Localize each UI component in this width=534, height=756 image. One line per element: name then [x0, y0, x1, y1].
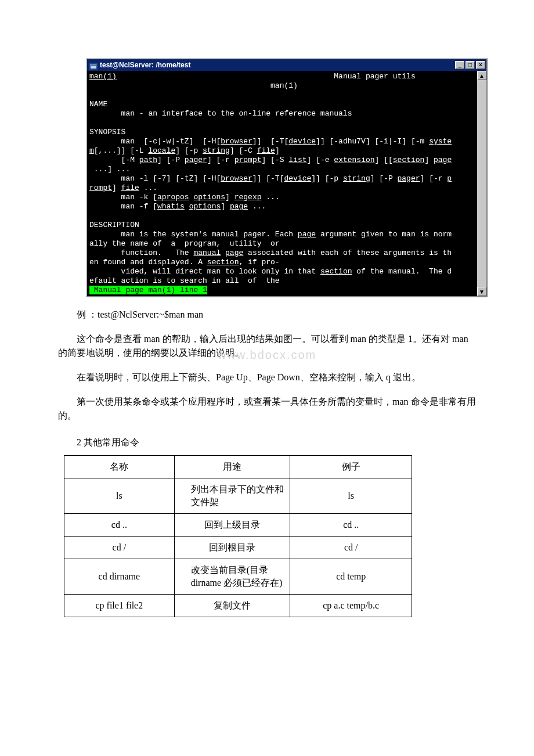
cmd-desc: 改变当前目录(目录 dirname 必须已经存在): [174, 559, 290, 595]
window-buttons: _ □ ×: [455, 61, 485, 69]
cmd-example: cd temp: [290, 559, 412, 595]
terminal-icon: [89, 62, 98, 69]
table-header-usage: 用途: [174, 456, 290, 478]
man-header-left: man(1): [89, 72, 117, 81]
terminal-title: test@NclServer: /home/test: [100, 61, 190, 69]
pager-status: Manual page man(1) line 1: [89, 286, 207, 294]
table-row: cd dirname 改变当前目录(目录 dirname 必须已经存在) cd …: [64, 559, 412, 595]
table-header-row: 名称 用途 例子: [64, 456, 412, 478]
cmd-name: cd ..: [64, 514, 175, 537]
paragraph-3: 第一次使用某条命令或某个应用程序时，或查看某一具体任务所需的变量时，man 命令…: [58, 395, 476, 423]
paragraph-2: 在看说明时，可以使用上下箭头、Page Up、Page Down、空格来控制，输…: [58, 370, 476, 384]
terminal-titlebar: test@NclServer: /home/test _ □ ×: [87, 59, 486, 71]
table-row: cp file1 file2 复制文件 cp a.c temp/b.c: [64, 595, 412, 617]
section-synopsis: SYNOPSIS: [89, 128, 125, 136]
terminal-body: man(1) Manual pager utils man(1) NAME ma…: [87, 71, 486, 296]
cmd-example: cp a.c temp/b.c: [290, 595, 412, 617]
scroll-down-button[interactable]: ▼: [477, 287, 486, 296]
maximize-button[interactable]: □: [466, 61, 475, 69]
vertical-scrollbar[interactable]: ▲ ▼: [477, 71, 486, 296]
svg-rect-2: [91, 64, 96, 66]
cmd-name: cd dirname: [64, 559, 175, 595]
cmd-name: ls: [64, 478, 175, 514]
cmd-desc: 回到根目录: [174, 537, 290, 559]
table-header-name: 名称: [64, 456, 175, 478]
cmd-example: cd ..: [290, 514, 412, 537]
minimize-button[interactable]: _: [455, 61, 464, 69]
section-description: DESCRIPTION: [89, 221, 139, 229]
terminal-window: test@NclServer: /home/test _ □ × man(1) …: [86, 58, 488, 297]
cmd-desc: 列出本目录下的文件和文件架: [174, 478, 290, 514]
document-body: 例 ：test@NclServer:~$man man 这个命令是查看 man …: [0, 308, 534, 617]
close-button[interactable]: ×: [476, 61, 485, 69]
scroll-up-button[interactable]: ▲: [477, 71, 486, 80]
cmd-example: ls: [290, 478, 412, 514]
section-2-heading: 2 其他常用命令: [58, 435, 476, 449]
table-header-example: 例子: [290, 456, 412, 478]
section-name: NAME: [89, 100, 107, 109]
name-line: man - an interface to the on-line refere…: [121, 109, 352, 118]
table-row: cd .. 回到上级目录 cd ..: [64, 514, 412, 537]
example-line: 例 ：test@NclServer:~$man man: [58, 308, 476, 322]
terminal-content: man(1) Manual pager utils man(1) NAME ma…: [87, 71, 477, 296]
cmd-name: cp file1 file2: [64, 595, 175, 617]
paragraph-1: 这个命令是查看 man 的帮助，输入后出现的结果如图一。可以看到 man 的类型…: [58, 332, 476, 360]
cmd-desc: 复制文件: [174, 595, 290, 617]
cmd-desc: 回到上级目录: [174, 514, 290, 537]
commands-table: 名称 用途 例子 ls 列出本目录下的文件和文件架 ls cd .. 回到上级目…: [64, 455, 412, 617]
cmd-name: cd /: [64, 537, 175, 559]
man-header-right: Manual pager utils: [334, 72, 415, 81]
man-header-center: man(1): [270, 81, 298, 90]
table-row: cd / 回到根目录 cd /: [64, 537, 412, 559]
cmd-example: cd /: [290, 537, 412, 559]
table-row: ls 列出本目录下的文件和文件架 ls: [64, 478, 412, 514]
